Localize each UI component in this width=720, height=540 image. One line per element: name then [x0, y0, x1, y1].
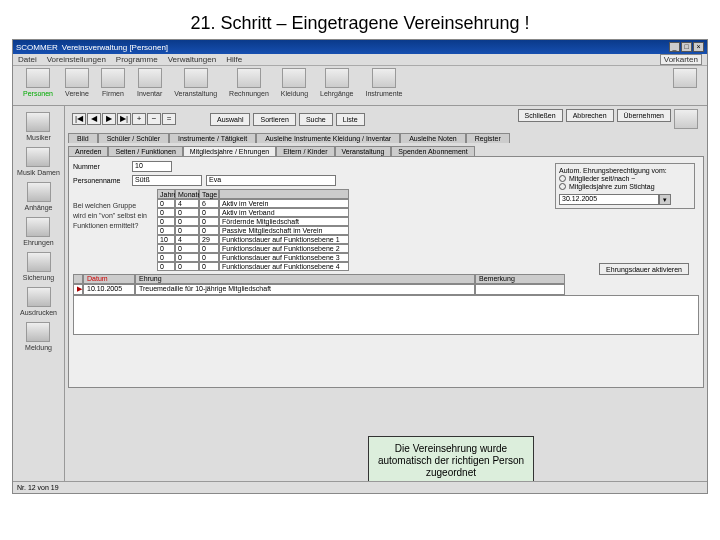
menubar: Datei Voreinstellungen Programme Verwalt…: [13, 54, 707, 66]
sidebar-ehrungen[interactable]: Ehrungen: [23, 217, 53, 246]
event-icon: [184, 68, 208, 88]
grid-cell: Funktionsdauer auf Funktionsebene 4: [219, 262, 349, 271]
tab-eltern[interactable]: Eltern / Kinder: [276, 146, 334, 156]
radio-opt2[interactable]: [559, 183, 566, 190]
tab-mitgliedsjahre[interactable]: Mitgliedsjahre / Ehrungen: [183, 146, 276, 156]
tab-seiten[interactable]: Seiten / Funktionen: [108, 146, 182, 156]
row-bemerkung: [475, 284, 565, 295]
report-icon: [26, 322, 50, 342]
maximize-button[interactable]: □: [681, 42, 692, 52]
slide-title: 21. Schritt – Eingetragene Vereinsehrung…: [0, 0, 720, 39]
nav-add-button[interactable]: +: [132, 113, 146, 125]
auswahl-button[interactable]: Auswahl: [210, 113, 250, 126]
nav-eq-button[interactable]: =: [162, 113, 176, 125]
menu-help[interactable]: Hilfe: [226, 55, 242, 64]
grid-header-monate: Monate: [175, 189, 199, 199]
nummer-label: Nummer: [73, 163, 128, 170]
entry-header-ehrung: Ehrung: [135, 274, 475, 284]
nav-prev-button[interactable]: ◀: [87, 113, 101, 125]
uebernehmen-button[interactable]: Übernehmen: [617, 109, 671, 122]
sidebar-sicherung[interactable]: Sicherung: [23, 252, 55, 281]
tab-register[interactable]: Register: [466, 133, 510, 143]
grid-cell: Aktiv im Verein: [219, 199, 349, 208]
menu-file[interactable]: Datei: [18, 55, 37, 64]
grid-row[interactable]: 000Passive Mitgliedschaft im Verein: [157, 226, 349, 235]
grid-cell: 0: [199, 253, 219, 262]
vorname-field[interactable]: Sütß: [132, 175, 202, 186]
nav-last-button[interactable]: ▶|: [117, 113, 131, 125]
grid-row[interactable]: 046Aktiv im Verein: [157, 199, 349, 208]
close-button[interactable]: ×: [693, 42, 704, 52]
toolbar-rechnungen[interactable]: Rechnungen: [223, 68, 275, 103]
menu-admin[interactable]: Verwaltungen: [168, 55, 216, 64]
sidebar-anhange[interactable]: Anhänge: [24, 182, 52, 211]
grid-sidenote: Bei welchen Gruppe wird ein "von" selbst…: [73, 189, 153, 271]
toolbar-kleidung[interactable]: Kleidung: [275, 68, 314, 103]
minimize-button[interactable]: _: [669, 42, 680, 52]
grid-cell: 0: [199, 244, 219, 253]
tab-ausleihe-noten[interactable]: Ausleihe Noten: [400, 133, 465, 143]
grid-row[interactable]: 000Aktiv im Verband: [157, 208, 349, 217]
grid-cell: 29: [199, 235, 219, 244]
grid-row[interactable]: 000Funktionsdauer auf Funktionsebene 3: [157, 253, 349, 262]
tab-instrumente[interactable]: Instrumente / Tätigkeit: [169, 133, 256, 143]
nav-first-button[interactable]: |◀: [72, 113, 86, 125]
grid-cell: 0: [157, 199, 175, 208]
sidebar-label: Sicherung: [23, 274, 55, 281]
toolbar-instrumente[interactable]: Instrumente: [360, 68, 409, 103]
nachname-field[interactable]: Eva: [206, 175, 336, 186]
membership-grid: Jahre Monate Tage 046Aktiv im Verein000A…: [157, 189, 349, 271]
liste-button[interactable]: Liste: [336, 113, 365, 126]
content-area: |◀ ◀ ▶ ▶| + − = Auswahl Sortieren Suche …: [65, 106, 707, 481]
suche-button[interactable]: Suche: [299, 113, 333, 126]
tab-schueler[interactable]: Schüler / Schüler: [98, 133, 169, 143]
stichtag-date-field[interactable]: 30.12.2005: [559, 194, 659, 205]
nav-remove-button[interactable]: −: [147, 113, 161, 125]
sidebar-musiker[interactable]: Musiker: [26, 112, 51, 141]
grid-row[interactable]: 10429Funktionsdauer auf Funktionsebene 1: [157, 235, 349, 244]
toolbar-vereine[interactable]: Vereine: [59, 68, 95, 103]
entry-row[interactable]: ▶ 10.10.2005 Treuemedaille für 10-jährig…: [73, 284, 699, 295]
grid-cell: 0: [199, 217, 219, 226]
toolbar-label: Firmen: [102, 90, 124, 97]
toolbar-personen[interactable]: Personen: [17, 68, 59, 103]
grid-row[interactable]: 000Funktionsdauer auf Funktionsebene 4: [157, 262, 349, 271]
print-icon: [27, 287, 51, 307]
sidebar-meldung[interactable]: Meldung: [25, 322, 52, 351]
grid-cell: Passive Mitgliedschaft im Verein: [219, 226, 349, 235]
menu-settings[interactable]: Voreinstellungen: [47, 55, 106, 64]
note-line: wird ein "von" selbst ein: [73, 211, 153, 221]
toolbar-lehrgaenge[interactable]: Lehrgänge: [314, 68, 359, 103]
toolbar-label: Rechnungen: [229, 90, 269, 97]
sortieren-button[interactable]: Sortieren: [253, 113, 295, 126]
sidebar-ausdrucken[interactable]: Ausdrucken: [20, 287, 57, 316]
award-icon: [26, 217, 50, 237]
tab-bild[interactable]: Bild: [68, 133, 98, 143]
date-dropdown-button[interactable]: ▾: [659, 194, 671, 205]
menu-programs[interactable]: Programme: [116, 55, 158, 64]
toolbar-inventar[interactable]: Inventar: [131, 68, 168, 103]
schliessen-button[interactable]: Schließen: [518, 109, 563, 122]
toolbar-right-icon[interactable]: [667, 68, 703, 103]
abbrechen-button[interactable]: Abbrechen: [566, 109, 614, 122]
nummer-field[interactable]: 10: [132, 161, 172, 172]
grid-row[interactable]: 000Funktionsdauer auf Funktionsebene 2: [157, 244, 349, 253]
grid-cell: 0: [175, 244, 199, 253]
toolbar-veranstaltung[interactable]: Veranstaltung: [168, 68, 223, 103]
tab-ausleihe-inv[interactable]: Ausleihe Instrumente Kleidung / Inventar: [256, 133, 400, 143]
grid-row[interactable]: 000Fördernde Mitgliedschaft: [157, 217, 349, 226]
tab-anreden[interactable]: Anreden: [68, 146, 108, 156]
tab-spenden[interactable]: Spenden Abonnement: [391, 146, 474, 156]
toolbar-firmen[interactable]: Firmen: [95, 68, 131, 103]
grid-cell: 0: [175, 226, 199, 235]
autobox-title: Autom. Ehrungsberechtigung vom:: [559, 167, 691, 174]
radio-opt1[interactable]: [559, 175, 566, 182]
nav-next-button[interactable]: ▶: [102, 113, 116, 125]
tab-veranstaltung[interactable]: Veranstaltung: [335, 146, 392, 156]
sidebar-musik-damen[interactable]: Musik Damen: [17, 147, 60, 176]
company-icon: [101, 68, 125, 88]
grid-cell: 0: [199, 226, 219, 235]
toolbar-label: Inventar: [137, 90, 162, 97]
ehrungsdauer-button[interactable]: Ehrungsdauer aktivieren: [599, 263, 689, 275]
language-button[interactable]: Vorkarten: [660, 54, 702, 65]
